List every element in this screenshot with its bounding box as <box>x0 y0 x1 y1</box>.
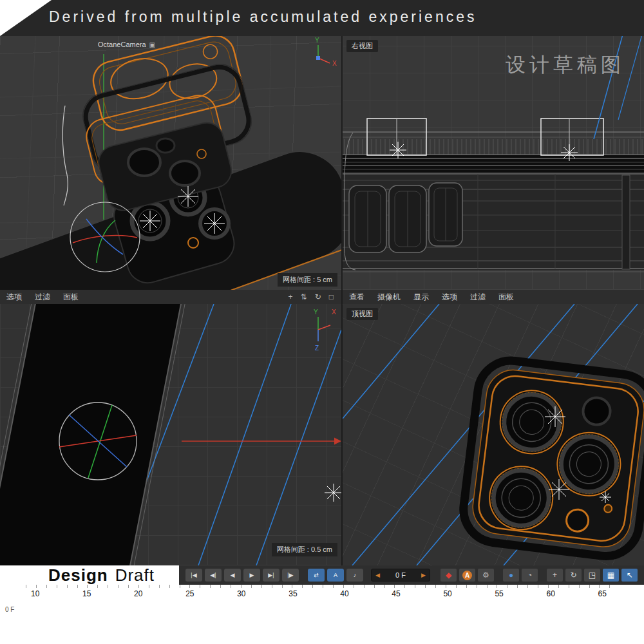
menu-display[interactable]: 显示 <box>407 290 435 304</box>
zoom-icon[interactable]: ⇅ <box>301 292 307 301</box>
record-button[interactable]: ● <box>503 569 519 582</box>
render-icon: ◆ <box>446 571 451 580</box>
axis-gizmo: Y X Z <box>314 308 336 352</box>
snap-grid-icon: ▦ <box>607 571 614 580</box>
ruler-number: 15 <box>82 589 91 598</box>
view-label: 顶视图 <box>346 308 378 320</box>
sparkle <box>325 484 341 502</box>
ruler-number: 25 <box>185 589 194 598</box>
app-window: Derived from multiple accumulated experi… <box>0 0 644 644</box>
header-bar: Derived from multiple accumulated experi… <box>0 0 644 36</box>
settings-button[interactable]: ⚙ <box>478 569 494 582</box>
goto-end-button[interactable]: |▶ <box>282 569 299 582</box>
mic-dot <box>604 504 612 513</box>
axis-y-label: Y <box>314 308 318 316</box>
design-draft-light: Draft <box>115 565 155 585</box>
x-axis-arrow <box>182 438 341 445</box>
page-title: Derived from multiple accumulated experi… <box>49 8 477 26</box>
axis-gizmo: Y X <box>315 37 337 67</box>
measure-button[interactable]: ◔ <box>522 569 538 582</box>
rotate-view-icon[interactable]: ↻ <box>315 292 321 301</box>
record-icon: ● <box>509 571 513 580</box>
perspective-canvas: Y X <box>0 36 341 290</box>
frame-field[interactable]: ◀ 0 F ▶ <box>371 569 430 582</box>
prev-key-button[interactable]: ◀| <box>205 569 222 582</box>
bottom-left-canvas: Y X Z <box>0 304 341 565</box>
view-label: 右视图 <box>346 40 378 52</box>
autokey-icon: A <box>462 571 472 580</box>
ruler-number: 65 <box>598 589 607 598</box>
menu-view[interactable]: 查看 <box>343 290 371 304</box>
rotate-icon: ↻ <box>570 571 576 580</box>
viewport-right-view[interactable]: 右视图 设计草稿图 <box>343 36 644 290</box>
axis-y-label: Y <box>315 37 319 44</box>
viewport-bottom-left[interactable]: Y X Z 网格间距 : 0.5 cm <box>0 304 341 565</box>
frame-value: 0 F <box>395 571 406 579</box>
ruler-number: 45 <box>392 589 400 598</box>
axis-z-label: Z <box>315 345 319 352</box>
camera-bump <box>460 357 644 560</box>
ruler-number: 55 <box>495 589 503 598</box>
camera-label[interactable]: OctaneCamera ▣ <box>98 41 155 48</box>
menu-panel[interactable]: 面板 <box>57 290 85 304</box>
grid-spacing-label: 网格间距 : 0.5 cm <box>272 543 337 556</box>
next-frame-button[interactable]: ▶| <box>263 569 279 582</box>
ruler-number: 60 <box>546 589 554 598</box>
ruler-number: 30 <box>237 589 245 598</box>
menu-panel[interactable]: 面板 <box>492 290 520 304</box>
move-tool-button[interactable]: + <box>547 569 563 582</box>
move-icon: + <box>553 571 557 580</box>
menu-options[interactable]: 选项 <box>0 290 28 304</box>
loop-toggle[interactable]: ⇄ <box>308 569 325 582</box>
frame-decrement[interactable]: ◀ <box>375 572 380 578</box>
rotate-tool-button[interactable]: ↻ <box>565 569 582 582</box>
render-settings-button[interactable]: ◆ <box>440 569 457 582</box>
case-side-wireframe <box>343 132 644 272</box>
scale-icon: ◳ <box>589 571 596 580</box>
selection-tool-button[interactable]: ↖ <box>621 569 638 582</box>
transport-controls: |◀ ◀| ◀ ▶ ▶| |▶ ⇄ A ♪ ◀ 0 F ▶ ◆ A ⚙ ● ◔ … <box>179 565 644 585</box>
ruler-number: 10 <box>31 589 39 598</box>
maximize-view-icon[interactable]: □ <box>329 292 334 301</box>
ruler-number: 50 <box>443 589 451 598</box>
camera-tag-icon: ▣ <box>149 41 155 48</box>
timeline-bar: Design Draft |◀ ◀| ◀ ▶ ▶| |▶ ⇄ A ♪ ◀ 0 F… <box>0 565 644 585</box>
menu-camera[interactable]: 摄像机 <box>371 290 407 304</box>
corner-decoration <box>0 0 52 36</box>
ruler-number: 35 <box>289 589 297 598</box>
top-view-canvas <box>343 304 644 565</box>
camera-label-text: OctaneCamera <box>98 41 146 48</box>
design-draft-label: Design Draft <box>0 565 179 585</box>
current-frame-indicator: 0 F <box>5 606 14 613</box>
menu-filter[interactable]: 过滤 <box>28 290 57 304</box>
timeline-ruler[interactable]: 10 15 20 25 30 35 40 45 50 55 60 65 <box>0 585 644 601</box>
ruler-numbers: 10 15 20 25 30 35 40 45 50 55 60 65 <box>0 589 644 598</box>
cursor-icon: ↖ <box>626 571 632 580</box>
scale-tool-button[interactable]: ◳ <box>584 569 600 582</box>
frame-increment[interactable]: ▶ <box>421 572 426 578</box>
protractor-icon: ◔ <box>527 571 532 580</box>
axis-x-label: X <box>332 60 337 67</box>
sound-toggle[interactable]: ♪ <box>346 569 363 582</box>
menu-filter[interactable]: 过滤 <box>464 290 492 304</box>
snap-toggle-button[interactable]: ▦ <box>603 569 619 582</box>
grid-spacing-label: 网格间距 : 5 cm <box>278 273 337 287</box>
pan-icon[interactable]: + <box>289 292 293 301</box>
viewport-menubar-right: 查看 摄像机 显示 选项 过滤 面板 <box>343 290 644 304</box>
prev-frame-button[interactable]: ◀ <box>224 569 241 582</box>
gear-icon: ⚙ <box>482 571 489 580</box>
viewport-top-view[interactable]: 顶视图 <box>343 304 644 565</box>
viewport-perspective[interactable]: Y X OctaneCamera ▣ 网格间距 : 5 cm <box>0 36 341 290</box>
autokey-toggle[interactable]: A <box>327 569 344 582</box>
menu-options[interactable]: 选项 <box>435 290 464 304</box>
ruler-ticks <box>26 585 618 588</box>
bezel-ring-top <box>90 36 246 134</box>
sketch-stroke <box>62 106 68 205</box>
play-button[interactable]: ▶ <box>243 569 260 582</box>
design-draft-bold: Design <box>48 565 108 585</box>
footer-area: 0 F <box>0 601 644 644</box>
goto-start-button[interactable]: |◀ <box>185 569 202 582</box>
viewport-menubar-left: 选项 过滤 面板 + ⇅ ↻ □ <box>0 290 341 304</box>
ruler-number: 20 <box>134 589 142 598</box>
autokey-record-button[interactable]: A <box>459 569 475 582</box>
